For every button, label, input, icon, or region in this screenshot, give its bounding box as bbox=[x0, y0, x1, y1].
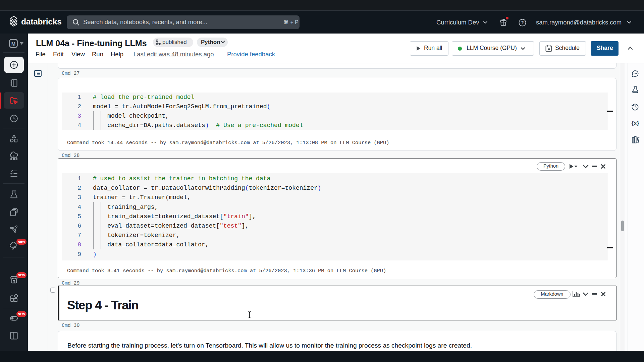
svg-text:M: M bbox=[11, 41, 16, 47]
svg-text:?: ? bbox=[521, 20, 524, 25]
